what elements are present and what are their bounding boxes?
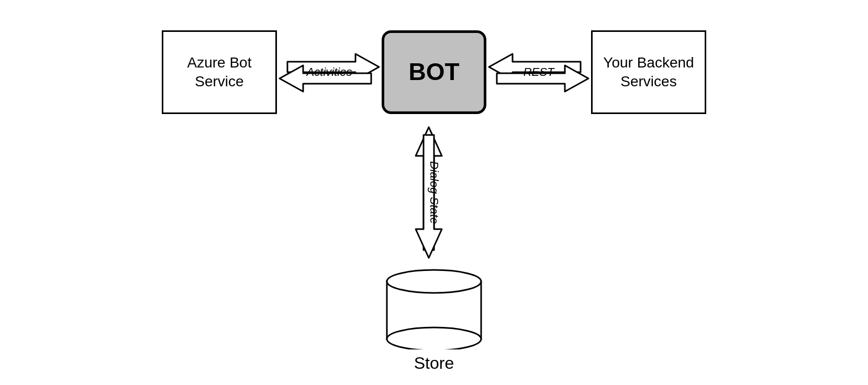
store-label: Store <box>414 354 454 373</box>
diagram-inner: Azure Bot Service Activities BOT <box>94 15 774 370</box>
bot-label: BOT <box>408 56 459 88</box>
vertical-arrow-container: Dialog State <box>392 124 476 261</box>
right-arrow-container: REST <box>486 30 591 114</box>
bot-box: BOT <box>382 30 486 114</box>
backend-box-text: Your Backend Services <box>603 53 694 92</box>
azure-bot-service-box: Azure Bot Service <box>162 30 277 114</box>
vertical-arrow-label: Dialog State <box>427 161 441 224</box>
azure-box-text: Azure Bot Service <box>187 53 252 92</box>
store-container: Store <box>382 266 486 373</box>
right-arrow-label: REST <box>524 65 554 79</box>
azure-line1: Azure Bot <box>187 54 252 71</box>
svg-point-8 <box>387 270 481 293</box>
backend-line2: Services <box>620 73 676 89</box>
diagram-container: Azure Bot Service Activities BOT <box>0 0 868 385</box>
svg-point-7 <box>387 327 481 349</box>
left-arrow-container: Activities <box>277 30 382 114</box>
backend-line1: Your Backend <box>603 54 694 71</box>
store-cylinder-svg <box>382 266 486 349</box>
backend-services-box: Your Backend Services <box>591 30 706 114</box>
azure-line2: Service <box>195 73 243 89</box>
left-arrow-label: Activities <box>307 65 352 79</box>
top-row: Azure Bot Service Activities BOT <box>94 30 774 114</box>
vertical-section: Dialog State Store <box>382 124 486 373</box>
